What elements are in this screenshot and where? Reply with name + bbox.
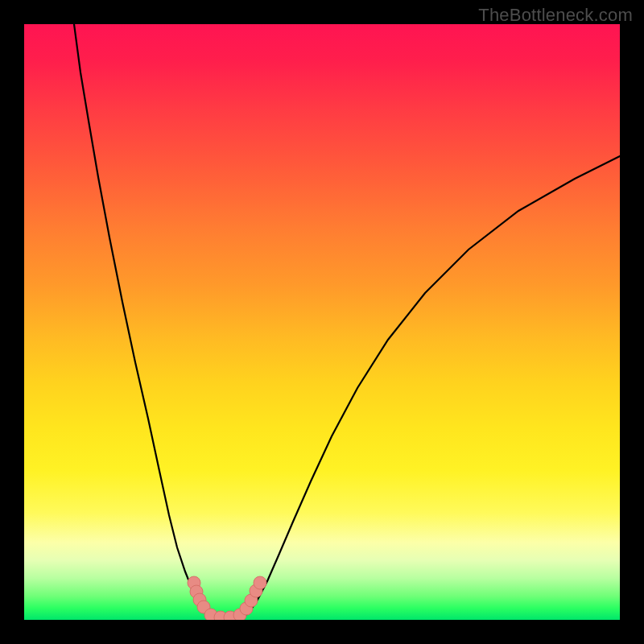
- plot-area: [24, 24, 620, 620]
- chart-frame: TheBottleneck.com: [0, 0, 644, 644]
- trough-marker: [254, 576, 266, 589]
- trough-markers: [188, 576, 266, 620]
- bottleneck-curve: [74, 24, 620, 618]
- watermark-text: TheBottleneck.com: [478, 5, 633, 26]
- curve-svg: [24, 24, 620, 620]
